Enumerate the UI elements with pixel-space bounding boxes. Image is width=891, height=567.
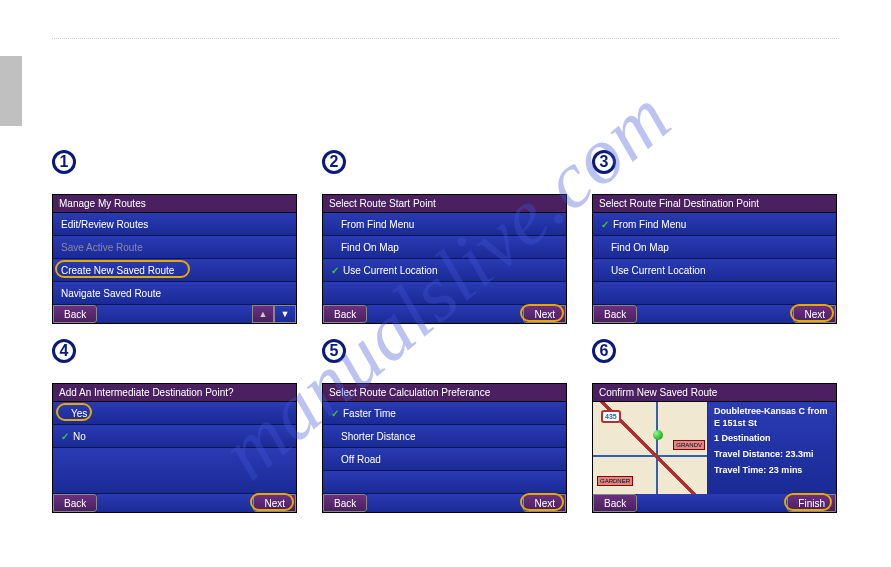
destination-count: 1 Destination [714,433,830,445]
menu-label: Use Current Location [611,265,706,276]
step-number: 1 [52,150,76,174]
menu-item-find-map[interactable]: Find On Map [323,236,566,259]
steps-grid: 1 Manage My Routes Edit/Review Routes Sa… [52,150,837,513]
menu-label: Use Current Location [343,265,438,276]
menu-item-current-location[interactable]: Use Current Location [593,259,836,282]
title-bar: Manage My Routes [53,195,296,213]
map-marker-icon [653,430,663,440]
footer-spacer [637,305,793,323]
footer-spacer [367,305,523,323]
menu-item-no[interactable]: ✓No [53,425,296,448]
step-1: 1 Manage My Routes Edit/Review Routes Sa… [52,150,297,324]
map-label: GARDNER [597,476,633,486]
footer-bar: Back ▲ ▼ [53,305,296,323]
menu-label: Yes [71,408,87,419]
menu-item-save-active: Save Active Route [53,236,296,259]
footer-bar: Back Next [323,305,566,323]
finish-button[interactable]: Finish [787,494,836,512]
screen-final-destination: Select Route Final Destination Point ✓Fr… [592,194,837,324]
footer-bar: Back Finish [593,494,836,512]
footer-spacer [637,494,787,512]
back-button[interactable]: Back [323,305,367,323]
next-button[interactable]: Next [793,305,836,323]
step-5: 5 Select Route Calculation Preferance ✓F… [322,339,567,513]
step-number: 3 [592,150,616,174]
footer-spacer [367,494,523,512]
menu-label: Shorter Distance [341,431,415,442]
step-number: 2 [322,150,346,174]
step-6: 6 Confirm New Saved Route 435 GARDNER GR… [592,339,837,513]
screen-intermediate: Add An Intermediate Destination Point? Y… [52,383,297,513]
footer-spacer [97,305,252,323]
menu-label: Save Active Route [61,242,143,253]
menu-item-find-map[interactable]: Find On Map [593,236,836,259]
title-bar: Confirm New Saved Route [593,384,836,402]
step-4: 4 Add An Intermediate Destination Point?… [52,339,297,513]
screen-confirm-route: Confirm New Saved Route 435 GARDNER GRAN… [592,383,837,513]
screen-manage-routes: Manage My Routes Edit/Review Routes Save… [52,194,297,324]
title-bar: Select Route Final Destination Point [593,195,836,213]
screen-calc-preference: Select Route Calculation Preferance ✓Fas… [322,383,567,513]
map-preview[interactable]: 435 GARDNER GRANDV [593,402,708,494]
menu-item-off-road[interactable]: Off Road [323,448,566,471]
menu-item-faster-time[interactable]: ✓Faster Time [323,402,566,425]
scroll-up-button[interactable]: ▲ [252,305,274,323]
title-bar: Select Route Calculation Preferance [323,384,566,402]
step-number: 4 [52,339,76,363]
check-icon: ✓ [601,219,609,230]
step-2: 2 Select Route Start Point From Find Men… [322,150,567,324]
confirm-body: 435 GARDNER GRANDV Doubletree-Kansas C f… [593,402,836,494]
menu-label: Edit/Review Routes [61,219,148,230]
menu-item-find-menu[interactable]: ✓From Find Menu [593,213,836,236]
menu-item-navigate-saved[interactable]: Navigate Saved Route [53,282,296,305]
route-shield-icon: 435 [601,410,621,423]
empty-row [323,471,566,494]
footer-bar: Back Next [53,494,296,512]
next-button[interactable]: Next [253,494,296,512]
scroll-down-button[interactable]: ▼ [274,305,296,323]
check-icon: ✓ [331,265,339,276]
footer-bar: Back Next [323,494,566,512]
footer-bar: Back Next [593,305,836,323]
next-button[interactable]: Next [523,305,566,323]
menu-item-current-location[interactable]: ✓Use Current Location [323,259,566,282]
menu-item-shorter-distance[interactable]: Shorter Distance [323,425,566,448]
step-number: 6 [592,339,616,363]
back-button[interactable]: Back [593,494,637,512]
menu-item-find-menu[interactable]: From Find Menu [323,213,566,236]
check-icon: ✓ [331,408,339,419]
travel-distance: Travel Distance: 23.3mi [714,449,830,461]
empty-row [323,282,566,305]
empty-row [593,282,836,305]
menu-label: From Find Menu [341,219,414,230]
menu-item-edit-review[interactable]: Edit/Review Routes [53,213,296,236]
menu-label: Navigate Saved Route [61,288,161,299]
menu-label: No [73,431,86,442]
back-button[interactable]: Back [53,305,97,323]
menu-label: Faster Time [343,408,396,419]
route-name: Doubletree-Kansas C from E 151st St [714,406,830,429]
back-button[interactable]: Back [323,494,367,512]
next-button[interactable]: Next [523,494,566,512]
title-bar: Select Route Start Point [323,195,566,213]
divider-line [52,38,839,39]
menu-item-yes[interactable]: Yes [53,402,296,425]
margin-tab [0,56,22,126]
map-label: GRANDV [673,440,705,450]
travel-time: Travel Time: 23 mins [714,465,830,477]
check-icon: ✓ [61,431,69,442]
back-button[interactable]: Back [593,305,637,323]
empty-area [53,448,296,494]
menu-item-create-new[interactable]: Create New Saved Route [53,259,296,282]
menu-label: Find On Map [341,242,399,253]
menu-label: Find On Map [611,242,669,253]
menu-label: Off Road [341,454,381,465]
menu-label: From Find Menu [613,219,686,230]
menu-label: Create New Saved Route [61,265,174,276]
back-button[interactable]: Back [53,494,97,512]
footer-spacer [97,494,253,512]
screen-start-point: Select Route Start Point From Find Menu … [322,194,567,324]
title-bar: Add An Intermediate Destination Point? [53,384,296,402]
step-number: 5 [322,339,346,363]
confirm-info: Doubletree-Kansas C from E 151st St 1 De… [708,402,836,494]
